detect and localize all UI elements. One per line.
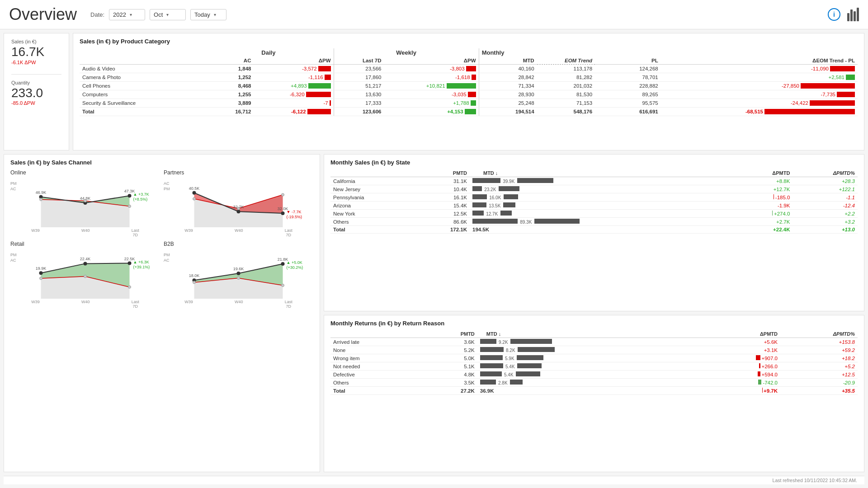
monthly-pl: 228,882 xyxy=(595,82,661,90)
col-weekly-dpw: ΔPW xyxy=(384,57,479,65)
state-name: Others xyxy=(330,218,417,226)
return-reason: None xyxy=(330,346,422,354)
returns-title: Monthly Returns (in €) by Return Reason xyxy=(330,320,858,327)
col-daily-ac: AC xyxy=(203,57,254,65)
col-daily-dpw: ΔPW xyxy=(254,57,334,65)
state-name: New York xyxy=(330,210,417,218)
weekly-last7d: 23,566 xyxy=(334,65,384,73)
product-name: Security & Surveillance xyxy=(80,99,203,108)
return-pmtd: 3.6K xyxy=(422,338,477,346)
weekly-last7d: 51,217 xyxy=(334,82,384,90)
monthly-mtd: 25,248 xyxy=(479,99,537,108)
period-select[interactable]: Today ▾ xyxy=(190,9,226,20)
state-name: New Jersey xyxy=(330,185,417,193)
state-dpmtd-pct: +13.0 xyxy=(793,226,858,234)
monthly-mtd: 194,514 xyxy=(479,108,537,116)
return-dpmtd: +9.7K xyxy=(704,387,780,395)
return-mtd-bar: 9.2K xyxy=(477,338,704,346)
state-sales-title: Monthly Sales (in €) by State xyxy=(330,159,858,166)
info-icon[interactable]: i xyxy=(828,8,840,21)
col-state-dpmtd: ΔPMTD xyxy=(737,169,793,177)
state-pmtd: 16.1K xyxy=(417,193,470,202)
svg-text:32.7K: 32.7K xyxy=(233,205,244,209)
svg-text:44.8K: 44.8K xyxy=(80,196,91,201)
bottom-section: Sales (in €) by Sales Channel Online PM … xyxy=(4,154,864,472)
header: Overview Date: 2022 ▾ Oct ▾ Today ▾ i xyxy=(0,0,868,29)
month-select[interactable]: Oct ▾ xyxy=(150,9,186,20)
return-mtd-bar: 5.9K xyxy=(477,354,704,362)
weekly-last7d: 123,606 xyxy=(334,108,384,116)
channel-b2b: B2B PM AC 18.0K19.6K21.8K ▲ +5.0K (+30.2… xyxy=(164,241,313,309)
return-pmtd: 5.0K xyxy=(422,354,477,362)
svg-point-44 xyxy=(193,281,196,284)
return-dpmtd-pct: +12.5 xyxy=(780,371,858,379)
month-chevron-icon: ▾ xyxy=(166,12,169,17)
product-name: Audio & Video xyxy=(80,65,203,73)
period-chevron-icon: ▾ xyxy=(214,12,216,17)
bars-chart-icon[interactable] xyxy=(847,8,859,21)
state-dpmtd-pct: +28.3 xyxy=(793,177,858,185)
returns-panel: Monthly Returns (in €) by Return Reason … xyxy=(324,315,864,472)
weekly-dpw: -1,618 xyxy=(384,73,479,82)
monthly-mtd: 71,334 xyxy=(479,82,537,90)
svg-point-31 xyxy=(40,277,42,280)
quantity-kpi-delta: -85.0 ΔPW xyxy=(11,100,61,106)
col-deom: ΔEOM Trend - PL xyxy=(661,57,858,65)
state-dpmtd: +274.0 xyxy=(737,210,793,218)
daily-dpw: -1,116 xyxy=(254,73,334,82)
daily-ac: 8,468 xyxy=(203,82,254,90)
col-category xyxy=(80,48,203,65)
col-return-dpmtd: ΔPMTD xyxy=(704,330,780,338)
monthly-deom: -24,422 xyxy=(661,99,858,108)
channel-chart-svg: 19.9K22.4K22.5K ▲ +6.3K (+39.1%) xyxy=(10,249,160,299)
product-name: Camera & Photo xyxy=(80,73,203,82)
channel-name: Partners xyxy=(164,169,313,176)
state-pmtd: 86.6K xyxy=(417,218,470,226)
state-mtd-bar: 23.2K xyxy=(470,185,737,193)
daily-ac: 1,848 xyxy=(203,65,254,73)
weekly-dpw: +10,821 xyxy=(384,82,479,90)
state-dpmtd: +22.4K xyxy=(737,226,793,234)
svg-point-28 xyxy=(39,271,43,275)
product-name: Cell Phones xyxy=(80,82,203,90)
col-state-name xyxy=(330,169,417,177)
monthly-deom: -27,850 xyxy=(661,82,858,90)
daily-dpw: -6,122 xyxy=(254,108,334,116)
state-dpmtd-pct: -1.1 xyxy=(793,193,858,202)
return-dpmtd-pct: +18.2 xyxy=(780,354,858,362)
channel-chart-svg: 40.5K32.7K32.0K ▼ -7.7K (-19.5%) xyxy=(164,178,313,227)
return-dpmtd-pct: +5.2 xyxy=(780,362,858,371)
svg-text:46.9K: 46.9K xyxy=(36,190,47,195)
svg-text:(+8.5%): (+8.5%) xyxy=(133,197,148,202)
weekly-dpw: -3,803 xyxy=(384,65,479,73)
daily-dpw: -3,572 xyxy=(254,65,334,73)
col-return-mtd: MTD ↓ xyxy=(477,330,704,338)
x-axis-labels: W39W40Last7D xyxy=(10,228,160,237)
state-mtd-bar: 16.0K xyxy=(470,193,737,202)
year-select[interactable]: 2022 ▾ xyxy=(109,9,145,20)
return-reason: Arrived late xyxy=(330,338,422,346)
product-name: Total xyxy=(80,108,203,116)
svg-point-32 xyxy=(84,275,87,278)
weekly-last7d: 17,333 xyxy=(334,99,384,108)
state-dpmtd: -185.0 xyxy=(737,193,793,202)
monthly-eom: 71,153 xyxy=(537,99,595,108)
state-dpmtd-pct: +122.1 xyxy=(793,185,858,193)
col-state-dpmtd-pct: ΔPMTD% xyxy=(793,169,858,177)
page-title: Overview xyxy=(9,5,77,24)
svg-text:18.0K: 18.0K xyxy=(189,273,200,278)
state-dpmtd-pct: +3.2 xyxy=(793,218,858,226)
return-pmtd: 3.5K xyxy=(422,379,477,387)
svg-point-42 xyxy=(237,272,241,275)
header-controls: Date: 2022 ▾ Oct ▾ Today ▾ xyxy=(90,9,226,20)
return-dpmtd: +266.0 xyxy=(704,362,780,371)
col-return-reason xyxy=(330,330,422,338)
monthly-deom: -68,515 xyxy=(661,108,858,116)
quantity-kpi-label: Quantity xyxy=(11,80,61,85)
col-pl: PL xyxy=(595,57,661,65)
return-dpmtd: +594.0 xyxy=(704,371,780,379)
monthly-eom: 81,282 xyxy=(537,73,595,82)
state-mtd-bar: 13.5K xyxy=(470,202,737,210)
svg-point-45 xyxy=(237,277,240,279)
return-dpmtd: +907.0 xyxy=(704,354,780,362)
